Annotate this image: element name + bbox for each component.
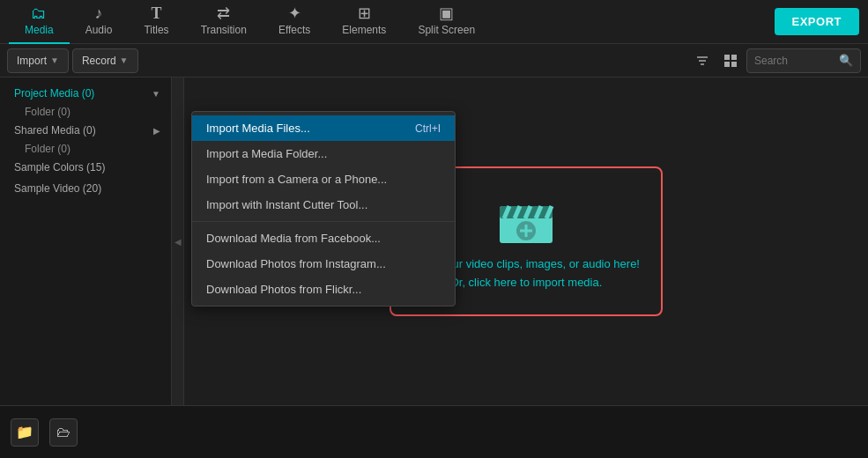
top-nav: 🗂 Media ♪ Audio T Titles ⇄ Transition ✦ … — [0, 0, 868, 44]
record-label: Record — [82, 55, 116, 67]
search-input[interactable] — [754, 55, 834, 67]
menu-import-folder-label: Import a Media Folder... — [206, 147, 327, 160]
main-layout: Project Media (0) ▼ Folder (0) Shared Me… — [0, 78, 868, 405]
elements-icon: ⊞ — [358, 5, 371, 21]
menu-download-instagram[interactable]: Download Photos from Instagram... — [192, 251, 455, 277]
splitscreen-icon: ▣ — [439, 5, 454, 21]
nav-media[interactable]: 🗂 Media — [9, 0, 70, 44]
menu-import-files-shortcut: Ctrl+I — [415, 122, 441, 135]
record-button[interactable]: Record ▼ — [72, 48, 138, 73]
nav-audio-label: Audio — [85, 24, 113, 36]
nav-transition[interactable]: ⇄ Transition — [185, 0, 263, 44]
clapperboard-icon — [495, 190, 557, 247]
nav-elements[interactable]: ⊞ Elements — [326, 0, 402, 44]
menu-download-facebook[interactable]: Download Media from Facebook... — [192, 225, 455, 251]
svg-rect-6 — [731, 62, 737, 67]
import-dropdown-menu: Import Media Files... Ctrl+I Import a Me… — [191, 111, 456, 307]
transition-icon: ⇄ — [217, 5, 230, 21]
sidebar-shared-folder-label: Folder (0) — [25, 143, 70, 155]
titles-icon: T — [152, 5, 162, 21]
nav-titles[interactable]: T Titles — [128, 0, 184, 44]
svg-rect-3 — [724, 55, 730, 60]
sidebar-item-project-media[interactable]: Project Media (0) ▼ — [0, 83, 171, 104]
svg-rect-5 — [724, 62, 730, 67]
menu-import-files-label: Import Media Files... — [206, 122, 310, 135]
effects-icon: ✦ — [288, 5, 301, 21]
import-button[interactable]: Import ▼ — [7, 48, 69, 73]
sidebar: Project Media (0) ▼ Folder (0) Shared Me… — [0, 78, 172, 405]
sidebar-item-shared-media[interactable]: Shared Media (0) ▶ — [0, 120, 171, 141]
menu-download-facebook-label: Download Media from Facebook... — [206, 232, 381, 245]
project-media-chevron-icon: ▼ — [152, 89, 160, 99]
sidebar-item-shared-folder[interactable]: Folder (0) — [0, 141, 171, 157]
nav-audio[interactable]: ♪ Audio — [70, 0, 129, 44]
sidebar-item-folder[interactable]: Folder (0) — [0, 104, 171, 120]
nav-splitscreen-label: Split Screen — [418, 24, 475, 36]
sidebar-item-sample-video[interactable]: Sample Video (20) — [0, 178, 171, 199]
add-folder-button[interactable]: 📁 — [11, 418, 39, 447]
menu-import-cutter[interactable]: Import with Instant Cutter Tool... — [192, 192, 455, 218]
menu-download-flickr-label: Download Photos from Flickr... — [206, 283, 361, 296]
svg-rect-4 — [731, 55, 737, 60]
media-icon: 🗂 — [31, 5, 47, 21]
sidebar-sample-colors-label: Sample Colors (15) — [14, 161, 105, 174]
record-arrow-icon: ▼ — [120, 55, 129, 65]
sidebar-item-sample-colors[interactable]: Sample Colors (15) — [0, 157, 171, 178]
grid-view-icon[interactable] — [718, 48, 743, 73]
bottom-bar: 📁 🗁 — [0, 405, 868, 458]
menu-import-files[interactable]: Import Media Files... Ctrl+I — [192, 115, 455, 141]
nav-transition-label: Transition — [201, 24, 247, 36]
menu-download-flickr[interactable]: Download Photos from Flickr... — [192, 277, 455, 302]
nav-splitscreen[interactable]: ▣ Split Screen — [402, 0, 491, 44]
new-folder-icon: 🗁 — [56, 425, 70, 440]
search-box[interactable]: 🔍 — [746, 48, 861, 73]
filter-icon[interactable] — [690, 48, 715, 73]
audio-icon: ♪ — [95, 5, 103, 21]
sidebar-folder-label: Folder (0) — [25, 106, 70, 118]
nav-media-label: Media — [25, 24, 54, 36]
menu-download-instagram-label: Download Photos from Instagram... — [206, 257, 386, 270]
menu-import-camera-label: Import from a Camera or a Phone... — [206, 173, 387, 186]
nav-effects-label: Effects — [278, 24, 310, 36]
search-icon: 🔍 — [839, 54, 853, 67]
nav-effects[interactable]: ✦ Effects — [263, 0, 326, 44]
sidebar-sample-video-label: Sample Video (20) — [14, 182, 101, 195]
add-folder-icon: 📁 — [16, 424, 33, 440]
menu-import-camera[interactable]: Import from a Camera or a Phone... — [192, 166, 455, 192]
nav-titles-label: Titles — [144, 24, 168, 36]
menu-import-folder[interactable]: Import a Media Folder... — [192, 141, 455, 166]
nav-elements-label: Elements — [342, 24, 386, 36]
menu-import-cutter-label: Import with Instant Cutter Tool... — [206, 198, 367, 211]
shared-media-chevron-icon: ▶ — [153, 126, 160, 136]
content-area: Import Media Files... Ctrl+I Import a Me… — [184, 78, 868, 405]
sidebar-project-media-label: Project Media (0) — [14, 87, 94, 100]
collapse-icon: ◀ — [174, 237, 182, 247]
menu-divider-1 — [192, 221, 455, 222]
toolbar: Import ▼ Record ▼ 🔍 — [0, 44, 868, 78]
export-button[interactable]: EXPORT — [775, 8, 859, 35]
sidebar-shared-media-label: Shared Media (0) — [14, 124, 96, 137]
collapse-handle[interactable]: ◀ — [172, 78, 184, 405]
import-arrow-icon: ▼ — [50, 55, 59, 65]
import-label: Import — [17, 55, 47, 67]
new-folder-button[interactable]: 🗁 — [49, 418, 78, 447]
